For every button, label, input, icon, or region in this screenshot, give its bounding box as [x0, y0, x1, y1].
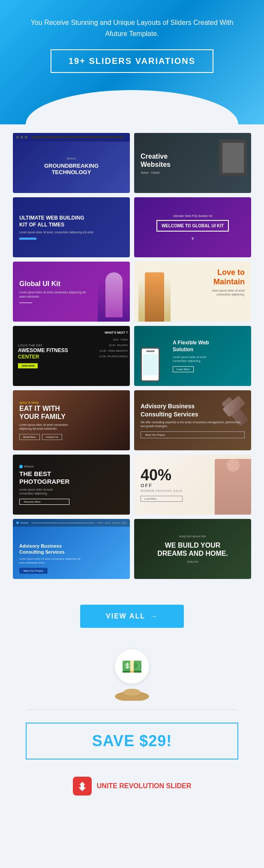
- thumb-label-10: Advisory BusinessConsulting Services: [141, 402, 245, 418]
- thumb-label-14: WE BUILD YOURDREAMS AND HOME.: [157, 541, 228, 558]
- hero-section: You Receive Stunning and Unique Layouts …: [0, 0, 264, 124]
- slider-thumb-dreams[interactable]: body text above title WE BUILD YOURDREAM…: [134, 519, 251, 579]
- thumb-label-3: ULTIMATE WEB BUILDINGKIT OF ALL TIMES: [19, 215, 94, 228]
- thumb-name-2: Jason · Clarke: [141, 171, 171, 174]
- slider-thumb-fitness[interactable]: LOOS THE FAT AWESOME FITNESSCENTER JOIN …: [13, 326, 130, 386]
- thumb-off-12: 40%: [141, 467, 183, 483]
- hero-wave: [26, 90, 238, 124]
- thumb-sub-13: Lorem ipsum dolor sit amet consectetur a…: [19, 557, 81, 564]
- money-emoji: 💵: [121, 657, 143, 677]
- thumb-label-11: THE BESTPHOTOGRAPER: [19, 470, 69, 485]
- thumb-person-6: [138, 272, 171, 322]
- save-text: SAVE $29!: [39, 732, 225, 750]
- brand-suffix: SLIDER: [164, 782, 191, 790]
- hand-icon: [113, 688, 151, 701]
- save-box: SAVE $29!: [26, 723, 238, 760]
- slider-grid-section: Afuture GROUNDBREAKINGTECHNOLOGY Creativ…: [0, 124, 264, 592]
- thumb-sub-10: We offer consulting expertise in the are…: [141, 420, 245, 428]
- slider-thumb-photographer[interactable]: Afuture THE BESTPHOTOGRAPER Lorem ipsum …: [13, 455, 130, 515]
- thumb-phone-8: [141, 347, 160, 382]
- slider-thumb-eat[interactable]: spicy & tasty EAT IT WITHYOUR FAMILY Lor…: [13, 390, 130, 450]
- view-all-label: VIEW ALL: [106, 612, 145, 620]
- brand-prefix: UNITE: [97, 782, 119, 790]
- thumb-label-6: Love toMaintain: [212, 268, 245, 286]
- thumb-sub-9: Lorem ipsum dolor sit amet consecteturad…: [19, 423, 68, 431]
- thumb-sub-11: Lorem ipsum dolor sit ametconsectetur ad…: [19, 488, 69, 495]
- brand-name-text: UNITE REVOLUTION SLIDER: [97, 782, 191, 790]
- thumb-off-label-12: OFF: [141, 483, 183, 488]
- thumb-small-7: LOOS THE FAT: [18, 344, 68, 347]
- thumb-label-2: CreativeWebsites: [141, 152, 171, 169]
- thumb-label-8: A Flexible WebSolution: [173, 340, 209, 353]
- slider-thumb-groundbreaking[interactable]: Afuture GROUNDBREAKINGTECHNOLOGY: [13, 133, 130, 193]
- thumb-person-5: [98, 270, 130, 322]
- thumb-sub-4: Ultimate Web PSD Builder Kit: [156, 214, 229, 217]
- thumb-label-9: EAT IT WITHYOUR FAMILY: [19, 404, 68, 421]
- thumb-label-5: Global UI Kit: [19, 280, 86, 288]
- money-icon: 💵: [115, 649, 149, 684]
- brand-logo-icon: [73, 777, 92, 796]
- thumb-label-4: WELCOME TO GLOBAL UI KIT: [156, 220, 229, 232]
- slider-thumb-love-maintain[interactable]: Love toMaintain lorem ipsum dolor sit am…: [134, 262, 251, 322]
- view-all-arrow: →: [150, 612, 158, 620]
- hero-badge: 19+ SLIDERS VARIATIONS: [51, 49, 213, 73]
- thumb-sub-1: Afuture: [44, 157, 99, 160]
- slider-thumb-ultimate[interactable]: ULTIMATE WEB BUILDINGKIT OF ALL TIMES Lo…: [13, 197, 130, 257]
- slider-grid: Afuture GROUNDBREAKINGTECHNOLOGY Creativ…: [13, 133, 251, 579]
- svg-point-1: [123, 689, 141, 696]
- separator: [27, 709, 238, 710]
- money-section: 💵: [0, 641, 264, 705]
- hero-description: You Receive Stunning and Unique Layouts …: [26, 17, 238, 39]
- slider-thumb-advisory-blue[interactable]: Afuture HomeAboutServicesBlog Advisory B…: [13, 519, 130, 579]
- thumb-subsub-14: body text: [157, 560, 228, 563]
- thumb-spicy-9: spicy & tasty: [19, 401, 68, 404]
- slider-thumb-global-kit[interactable]: Ultimate Web PSD Builder Kit WELCOME TO …: [134, 197, 251, 257]
- slider-thumb-global-ui[interactable]: Global UI Kit Lorem ipsum dolor sit amet…: [13, 262, 130, 322]
- thumb-device-2: [219, 139, 247, 176]
- save-section: SAVE $29!: [0, 714, 264, 772]
- slider-thumb-advisory[interactable]: Advisory BusinessConsulting Services We …: [134, 390, 251, 450]
- thumb-label-13: Advisory BusinessConsulting Services: [19, 543, 81, 555]
- brand-highlight: REVOLUTION: [119, 782, 164, 790]
- thumb-sub-5: Lorem ipsum dolor sit amet consectetur a…: [19, 290, 86, 299]
- thumb-logo-11: Afuture: [19, 465, 69, 468]
- view-all-button[interactable]: VIEW ALL →: [80, 605, 184, 628]
- thumb-sub-14: body text above title: [157, 535, 228, 538]
- view-all-section: VIEW ALL →: [0, 592, 264, 641]
- thumb-label-7: AWESOME FITNESSCENTER: [18, 347, 68, 360]
- slider-thumb-creative[interactable]: CreativeWebsites Jason · Clarke: [134, 133, 251, 193]
- thumb-sub-3: Lorem ipsum dolor sit amet, consectetur …: [19, 230, 94, 234]
- thumb-sale-label-12: WOMEN FASHION SALE: [141, 489, 183, 492]
- slider-thumb-fashion[interactable]: 40% OFF WOMEN FASHION SALE Look More: [134, 455, 251, 515]
- brand-section: UNITE REVOLUTION SLIDER: [0, 772, 264, 813]
- thumb-label-1: GROUNDBREAKINGTECHNOLOGY: [44, 163, 99, 176]
- thumb-schedule-7: WHAT'S NEXT ? 8:00 · YOGA 10:30 · PILATE…: [99, 329, 128, 359]
- thumb-person-12: [215, 459, 251, 515]
- slider-thumb-flexible[interactable]: A Flexible WebSolution Lorem ipsum dolor…: [134, 326, 251, 386]
